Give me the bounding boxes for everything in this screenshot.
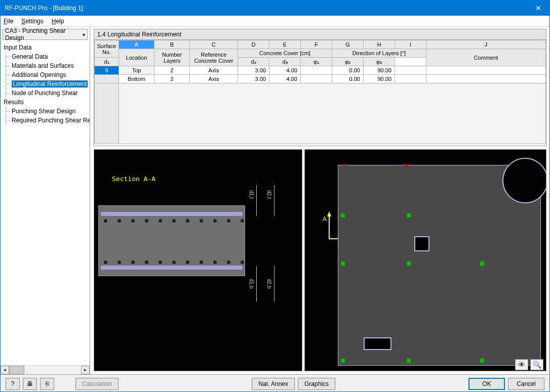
scroll-left-icon[interactable]: ◂	[1, 366, 9, 374]
col-F[interactable]: F	[301, 40, 332, 49]
scroll-thumb[interactable]	[9, 366, 24, 374]
green-node	[341, 262, 345, 266]
dim-d2b: d2,b	[266, 279, 272, 288]
help-icon: ?	[11, 380, 15, 387]
scroll-right-icon[interactable]: ▸	[81, 366, 90, 374]
tree-input-header: Input Data	[1, 43, 90, 52]
tree-item-materials[interactable]: Materials and Surfaces	[1, 61, 90, 70]
hdr-d1: d₁	[95, 58, 119, 66]
sidebar: CA3 - Punching Shear Design ▾ Input Data…	[1, 27, 90, 374]
axis-arrow	[327, 211, 331, 216]
hdr-numlayers: NumberLayers	[154, 49, 190, 66]
tree-item-punching[interactable]: Punching Shear Design	[1, 107, 90, 116]
dim-line	[274, 185, 274, 215]
top-bar	[101, 212, 243, 216]
plan-view[interactable]: A	[304, 149, 546, 371]
data-table: SurfaceNo. A B C D E F G H I J Location …	[94, 40, 546, 146]
titlebar: RF-PUNCH Pro - [Building 1] ✕	[1, 1, 549, 16]
hdr-p3: φ₃	[364, 58, 395, 66]
plan-outline	[338, 165, 541, 366]
green-node	[480, 359, 484, 363]
dim-d1b: d1,b	[249, 279, 254, 288]
hdr-d3: d₃	[269, 58, 301, 66]
export-icon: ⎘	[46, 380, 49, 387]
help-button[interactable]: ?	[6, 378, 20, 390]
case-dropdown[interactable]: CA3 - Punching Shear Design ▾	[3, 29, 88, 40]
footer: ? 🖶 ⎘ Calculation Nat. Annex Graphics OK…	[1, 374, 549, 392]
table-row[interactable]: Bottom 2 Axis 3.00 4.00 0.00 90.00	[95, 75, 546, 83]
case-label: CA3 - Punching Shear Design	[5, 27, 83, 41]
calculation-button[interactable]: Calculation	[75, 378, 119, 390]
dim-line	[256, 266, 257, 301]
column-sq	[414, 236, 429, 251]
hdr-ref: ReferenceConcrete Cover	[190, 49, 238, 66]
col-surface: SurfaceNo.	[95, 40, 119, 58]
red-node	[342, 164, 347, 166]
red-node	[404, 164, 409, 166]
export-button[interactable]: ⎘	[40, 378, 54, 390]
opening-rect	[364, 337, 391, 350]
green-node	[341, 213, 345, 217]
green-node	[407, 359, 411, 363]
col-J[interactable]: J	[426, 40, 546, 49]
sidebar-hscroll[interactable]: ◂ ▸	[1, 365, 90, 374]
view-tools: 👁 🔍	[515, 359, 543, 370]
dim-d1t: d1,t	[249, 190, 254, 199]
menu-help[interactable]: Help	[52, 18, 64, 25]
hdr-cover: Concrete Cover [cm]	[238, 49, 332, 58]
cancel-button[interactable]: Cancel	[508, 378, 544, 390]
zoom-icon[interactable]: 🔍	[530, 359, 543, 370]
col-G[interactable]: G	[332, 40, 364, 49]
axis-line-h	[329, 238, 339, 239]
col-H[interactable]: H	[364, 40, 395, 49]
panel-title: 1.4 Longitudinal Reinforcement	[94, 29, 546, 40]
section-view[interactable]: Section A-A d1,t d2,t d1,b d2,b	[94, 149, 302, 371]
window-title: RF-PUNCH Pro - [Building 1]	[5, 5, 83, 12]
table-row[interactable]: 9 Top 2 Axis 3.00 4.00 0.00 90.00	[95, 66, 546, 75]
eye-icon[interactable]: 👁	[515, 359, 528, 370]
axis-label-a: A	[323, 215, 327, 223]
hdr-location: Location	[119, 49, 154, 66]
hdr-dir: Direction of Layers [°]	[332, 49, 426, 58]
green-node	[341, 359, 345, 363]
hdr-p1: φ₁	[301, 58, 332, 66]
print-button[interactable]: 🖶	[23, 378, 37, 390]
nat-annex-button[interactable]: Nat. Annex	[252, 378, 295, 390]
green-node	[480, 262, 484, 266]
scroll-track[interactable]	[24, 366, 81, 374]
tree-results-header: Results	[1, 98, 90, 107]
axis-line-v	[329, 216, 330, 239]
col-B[interactable]: B	[154, 40, 190, 49]
tree: Input Data General Data Materials and Su…	[1, 42, 90, 365]
tree-item-node[interactable]: Node of Punching Shear	[1, 89, 90, 98]
main-area: 1.4 Longitudinal Reinforcement SurfaceNo…	[90, 27, 549, 374]
col-E[interactable]: E	[269, 40, 301, 49]
graphics-button[interactable]: Graphics	[298, 378, 335, 390]
opening-circle	[502, 158, 546, 203]
dim-line	[274, 266, 274, 301]
hdr-p2: φ₂	[332, 58, 364, 66]
tree-item-required[interactable]: Required Punching Shear Reinf	[1, 116, 90, 125]
green-node	[407, 262, 411, 266]
hdr-comment: Comment	[426, 49, 546, 66]
bottom-bar	[101, 266, 243, 270]
close-icon[interactable]: ✕	[531, 4, 545, 12]
green-node	[407, 213, 411, 217]
menu-settings[interactable]: Settings	[21, 18, 43, 25]
slab-section	[98, 205, 245, 276]
visualization-area: Section A-A d1,t d2,t d1,b d2,b A	[94, 149, 546, 371]
tree-item-general[interactable]: General Data	[1, 52, 90, 61]
col-C[interactable]: C	[190, 40, 238, 49]
dim-d2t: d2,t	[266, 190, 272, 199]
tree-item-longitudinal[interactable]: Longitudinal Reinforcement	[1, 79, 90, 89]
tree-item-openings[interactable]: Additional Openings	[1, 70, 90, 79]
menubar: File Settings Help	[1, 16, 549, 27]
col-D[interactable]: D	[238, 40, 269, 49]
col-I[interactable]: I	[395, 40, 426, 49]
print-icon: 🖶	[27, 380, 33, 387]
chevron-down-icon: ▾	[83, 32, 85, 37]
col-A[interactable]: A	[119, 40, 154, 49]
section-label: Section A-A	[112, 175, 155, 183]
ok-button[interactable]: OK	[468, 378, 505, 390]
menu-file[interactable]: File	[4, 18, 13, 25]
